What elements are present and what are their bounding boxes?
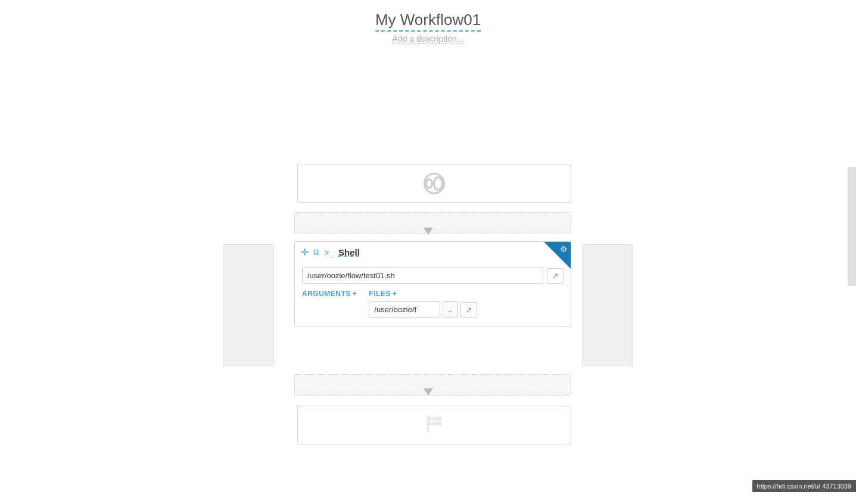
start-icon — [424, 173, 445, 194]
start-node — [297, 164, 571, 203]
shell-node-header: ✛ ⧉ >_ Shell ✕ ⚙ — [295, 242, 571, 263]
open-icon: ↗ — [552, 271, 559, 281]
workflow-title[interactable]: My Workflow01 — [375, 11, 481, 32]
arguments-add-icon: + — [353, 290, 357, 298]
svg-rect-0 — [427, 416, 429, 433]
flag-icon — [422, 412, 446, 438]
workflow-description[interactable]: Add a description... — [393, 34, 464, 44]
status-text: https://hdi.csxin.net/u/ 43713039 — [757, 483, 851, 490]
arrow-bottom — [424, 388, 433, 396]
shell-node: ✛ ⧉ >_ Shell ✕ ⚙ ↗ ARGUMENTS — [294, 241, 571, 326]
add-arguments-link[interactable]: ARGUMENTS + — [302, 290, 357, 298]
terminal-icon: >_ — [324, 248, 334, 257]
gear-icon: ⚙ — [560, 244, 568, 254]
end-node — [297, 406, 571, 444]
add-files-link[interactable]: FILES + — [369, 290, 477, 298]
file-path-input[interactable] — [369, 301, 440, 318]
arrow-top — [424, 228, 433, 235]
args-files-row: ARGUMENTS + FILES + .. ↗ — [302, 290, 564, 318]
shell-title[interactable]: Shell — [338, 247, 552, 257]
arguments-label: ARGUMENTS — [302, 290, 351, 298]
side-panel-right — [582, 244, 633, 366]
file-dots-text: .. — [448, 305, 452, 314]
files-section: FILES + .. ↗ — [369, 290, 477, 318]
page-header: My Workflow01 Add a description... — [0, 0, 856, 48]
side-panel-left — [223, 244, 274, 366]
move-icon[interactable]: ✛ — [301, 247, 309, 258]
files-label: FILES — [369, 290, 391, 298]
workflow-canvas: ✛ ⧉ >_ Shell ✕ ⚙ ↗ ARGUMENTS — [0, 48, 856, 492]
copy-icon[interactable]: ⧉ — [313, 247, 319, 257]
open-script-button[interactable]: ↗ — [547, 268, 564, 284]
connector-band-top — [294, 212, 571, 234]
script-path-input[interactable] — [302, 267, 543, 284]
scroll-indicator[interactable] — [848, 167, 856, 286]
file-browse-button[interactable]: .. — [443, 301, 457, 318]
file-row: .. ↗ — [369, 301, 477, 318]
shell-node-body: ↗ ARGUMENTS + FILES + — [295, 263, 571, 326]
script-row: ↗ — [302, 267, 564, 284]
status-bar: https://hdi.csxin.net/u/ 43713039 — [752, 480, 856, 492]
start-inner-circle — [425, 178, 433, 189]
open-file-icon: ↗ — [465, 305, 472, 315]
connector-band-bottom — [294, 374, 571, 396]
files-add-icon: + — [393, 290, 397, 298]
open-file-button[interactable]: ↗ — [460, 302, 477, 318]
